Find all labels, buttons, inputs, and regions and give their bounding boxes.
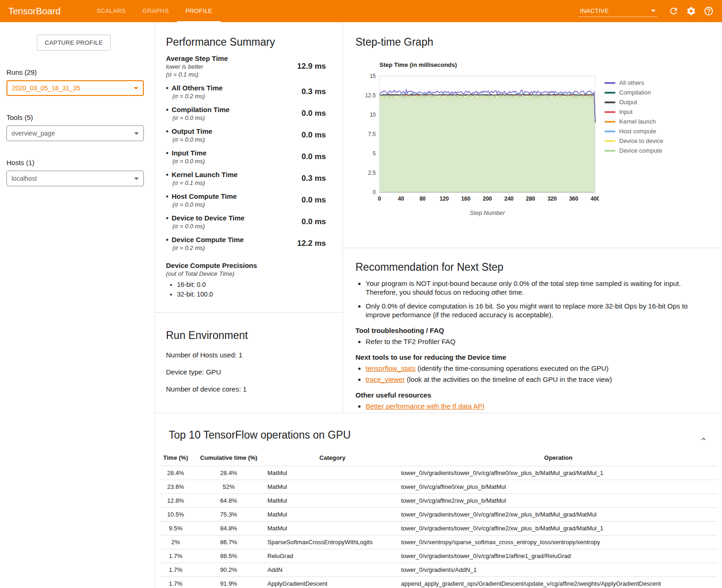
operation-cell: append_apply_gradient_ops/GradientDescen… (399, 577, 717, 588)
right-column: Step-time Graph Step Time (in millisecon… (343, 22, 722, 413)
table-header-row: Time (%)Cumulative time (%)CategoryOpera… (160, 451, 717, 466)
time-cell: 2% (160, 535, 192, 549)
cumulative-cell: 28.4% (192, 466, 266, 480)
tensorflow-stats-link[interactable]: tensorflow_stats (366, 364, 415, 372)
runs-dropdown[interactable]: 2020_03_05_18_31_35 (6, 80, 144, 96)
perf-item-note: lower is better (166, 63, 228, 70)
top-ops-table: Time (%)Cumulative time (%)CategoryOpera… (160, 451, 717, 588)
perf-item-label: •Device Compute Time (166, 236, 244, 244)
legend-item: Compilation (604, 88, 663, 97)
table-row: 1.7%88.5%ReluGradtower_0/v/gradients/tow… (160, 549, 717, 563)
perf-item-text: Average Step Timelower is better(σ = 0.1… (166, 54, 228, 78)
time-cell: 28.4% (160, 466, 192, 480)
perf-item-text: •Kernel Launch Time(σ = 0.1 ms) (166, 171, 237, 186)
svg-text:400: 400 (591, 196, 599, 202)
perf-summary-item: •Output Time(σ = 0.0 ms)0.0 ms (166, 127, 326, 143)
perf-item-text: •Input Time(σ = 0.0 ms) (166, 149, 207, 165)
other-resource-item: Better performance with the tf.data API (366, 402, 704, 410)
table-row: 10.5%75.3%MatMultower_0/v/gradients/towe… (160, 508, 717, 522)
perf-item-label-text: Output Time (172, 127, 212, 135)
run-environment-title: Run Environment (166, 329, 331, 342)
perf-item-text: •Device to Device Time(σ = 0.0 ms) (166, 214, 244, 230)
perf-item-note: (σ = 0.0 ms) (172, 223, 244, 230)
nav-tabs: SCALARS GRAPHS PROFILE (88, 0, 220, 22)
perf-summary-item: •Input Time(σ = 0.0 ms)0.0 ms (166, 149, 326, 165)
collapse-button[interactable] (697, 433, 710, 445)
cumulative-cell: 91.9% (192, 577, 266, 588)
legend-swatch (604, 92, 615, 94)
step-time-chart: Step Time (in milliseconds)02.557.51012.… (355, 60, 599, 220)
perf-summary-item: •All Others Time(σ = 0.2 ms)0.3 ms (166, 84, 326, 100)
recommendation-title: Recommendation for Next Step (355, 261, 704, 273)
runs-label: Runs (29) (6, 68, 154, 76)
legend-label: Input (619, 108, 633, 115)
table-row: 1.7%90.2%AddNtower_0/v/gradients/AddN_1 (160, 563, 717, 577)
top-ops-title: Top 10 TensorFlow operations on GPU (169, 429, 722, 441)
time-cell: 1.7% (160, 563, 192, 577)
cumulative-cell: 90.2% (192, 563, 266, 577)
precision-item: 32-bit: 100.0 (177, 291, 326, 298)
perf-item-label: •Host Compute Time (166, 192, 237, 200)
run-environment-panel: Run Environment Number of Hosts used: 1D… (155, 313, 343, 393)
svg-text:0: 0 (378, 196, 381, 202)
hosts-dropdown[interactable]: localhost (6, 171, 144, 186)
svg-text:Step Number: Step Number (470, 209, 505, 216)
perf-item-value: 0.0 ms (302, 152, 326, 161)
category-cell: ApplyGradientDescent (266, 577, 399, 588)
legend-swatch (604, 101, 615, 103)
tab-profile[interactable]: PROFILE (177, 0, 220, 22)
help-button[interactable] (700, 2, 717, 20)
runs-dropdown-value: 2020_03_05_18_31_35 (12, 84, 80, 92)
bullet-icon: • (166, 84, 168, 92)
perf-item-label-text: Device Compute Time (172, 236, 243, 244)
step-time-graph-panel: Step-time Graph Step Time (in millisecon… (343, 22, 722, 248)
legend-item: Input (604, 107, 663, 117)
run-environment-lines: Number of Hosts used: 1Device type: GPUN… (166, 351, 331, 393)
perf-item-note: (σ = 0.0 ms) (172, 114, 230, 121)
legend-swatch (604, 131, 615, 132)
bullet-icon: • (166, 236, 168, 244)
perf-item-label-text: Average Step Time (166, 54, 228, 62)
top-ops-tbody: 28.4%28.4%MatMultower_0/v/gradients/towe… (160, 466, 717, 588)
perf-item-label-text: Input Time (172, 149, 207, 157)
svg-text:5: 5 (373, 150, 376, 157)
bullet-icon: • (166, 127, 168, 135)
trace-viewer-link[interactable]: trace_viewer (366, 375, 405, 383)
perf-item-value: 0.0 ms (302, 196, 326, 205)
perf-item-note: (σ = 0.0 ms) (172, 158, 207, 165)
faq-item: Refer to the TF2 Profiler FAQ (366, 337, 704, 346)
perf-summary-item: •Host Compute Time(σ = 0.0 ms)0.0 ms (166, 192, 326, 208)
legend-swatch (604, 82, 615, 84)
svg-text:10: 10 (370, 112, 376, 118)
perf-summary-item: •Device to Device Time(σ = 0.0 ms)0.0 ms (166, 214, 326, 230)
refresh-button[interactable] (665, 2, 682, 20)
category-cell: MatMul (266, 494, 399, 508)
tools-dropdown-value: overview_page (12, 130, 55, 137)
tab-scalars[interactable]: SCALARS (88, 0, 134, 22)
perf-item-value: 0.3 ms (302, 87, 326, 96)
category-cell: MatMul (266, 480, 399, 494)
top-ops-panel: Top 10 TensorFlow operations on GPU Time… (155, 413, 722, 588)
run-status-select[interactable]: INACTIVE (578, 6, 657, 17)
time-cell: 1.7% (160, 577, 192, 588)
gear-icon (686, 6, 696, 16)
legend-label: Device compute (619, 147, 662, 154)
svg-text:7.5: 7.5 (368, 131, 376, 137)
tools-dropdown[interactable]: overview_page (6, 125, 144, 141)
precisions-note: (out of Total Device Time) (166, 270, 326, 277)
better-performance-with-the-tf-data-api-link[interactable]: Better performance with the tf.data API (366, 402, 485, 410)
operation-cell: tower_0/v/gradients/tower_0/v/cg/affine1… (399, 549, 717, 563)
tab-graphs[interactable]: GRAPHS (134, 0, 177, 22)
settings-button[interactable] (682, 2, 700, 20)
category-cell: ReluGrad (266, 549, 399, 563)
legend-label: All others (619, 79, 644, 86)
time-cell: 23.6% (160, 480, 192, 494)
toolbar-right: INACTIVE (578, 2, 717, 20)
category-cell: AddN (266, 563, 399, 577)
capture-profile-button[interactable]: CAPTURE PROFILE (37, 35, 111, 51)
tools-label: Tools (5) (6, 113, 154, 121)
svg-text:80: 80 (420, 196, 426, 202)
svg-text:12.5: 12.5 (365, 92, 376, 99)
perf-item-label: Average Step Time (166, 54, 228, 62)
perf-item-note: (σ = 0.0 ms) (172, 136, 212, 143)
